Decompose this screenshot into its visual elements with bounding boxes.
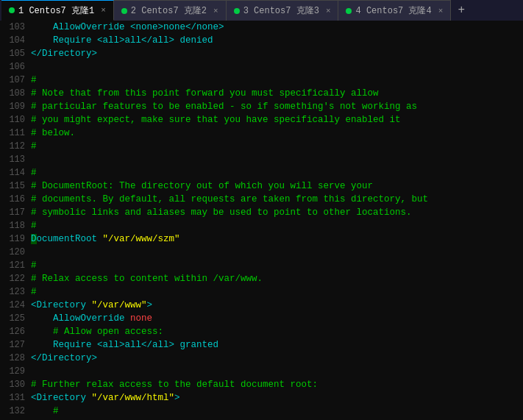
line-content: # (31, 285, 37, 299)
line-content: # (31, 219, 37, 232)
line-number: 131 (0, 391, 31, 405)
line-content: <Directory "/var/www"> (31, 299, 152, 312)
line-number: 117 (0, 206, 31, 219)
tab-2[interactable]: 2 Centos7 克隆2× (114, 0, 227, 21)
line-content: # (31, 405, 59, 418)
line-number: 106 (0, 60, 31, 74)
line-number: 121 (0, 259, 31, 272)
line-content: # (31, 259, 37, 272)
line-content: # Note that from this point forward you … (31, 87, 379, 100)
code-line: 130# Further relax access to the default… (0, 378, 523, 391)
tab-close[interactable]: × (438, 7, 444, 15)
code-line: 132 # (0, 405, 523, 418)
line-number: 130 (0, 378, 31, 391)
line-content: # (31, 74, 37, 87)
tab-close[interactable]: × (326, 7, 331, 15)
code-line: 105</Directory> (0, 47, 523, 60)
line-number: 108 (0, 87, 31, 100)
line-content: # you might expect, make sure that you h… (31, 113, 401, 127)
line-number: 127 (0, 338, 31, 352)
code-line: 111# below. (0, 127, 523, 140)
tab-4[interactable]: 4 Centos7 克隆4× (338, 0, 451, 21)
code-line: 119DocumentRoot "/var/www/szm" (0, 232, 523, 246)
code-line: 115# DocumentRoot: The directory out of … (0, 179, 523, 193)
line-number: 110 (0, 113, 31, 127)
code-line: 118# (0, 219, 523, 232)
code-line: 124<Directory "/var/www"> (0, 299, 523, 312)
line-number: 128 (0, 352, 31, 365)
line-content: # below. (31, 127, 75, 140)
line-number: 103 (0, 21, 31, 34)
tab-close[interactable]: × (213, 7, 218, 15)
code-line: 127 Require <all>all</all> granted (0, 338, 523, 352)
line-content: # Relax access to content within /var/ww… (31, 272, 263, 285)
tab-dot (346, 8, 352, 14)
code-line: 117# symbolic links and aliases may be u… (0, 206, 523, 219)
line-content: AllowOverride <none>none</none> (31, 21, 224, 34)
code-line: 123# (0, 285, 523, 299)
tab-close[interactable]: × (101, 6, 106, 15)
line-number: 112 (0, 140, 31, 153)
line-content: <Directory "/var/www/html"> (31, 391, 180, 405)
code-line: 112# (0, 140, 523, 153)
code-line: 109# particular features to be enabled -… (0, 100, 523, 113)
line-number: 115 (0, 179, 31, 193)
line-number: 120 (0, 246, 31, 259)
line-number: 124 (0, 299, 31, 312)
tab-add-button[interactable]: + (451, 0, 472, 21)
code-line: 113 (0, 153, 523, 166)
code-line: 108# Note that from this point forward y… (0, 87, 523, 100)
tab-dot (234, 8, 240, 14)
line-content: Require <all>all</all> denied (31, 34, 213, 47)
code-area: 103 AllowOverride <none>none</none>104 R… (0, 21, 523, 420)
line-number: 111 (0, 127, 31, 140)
code-line: 131<Directory "/var/www/html"> (0, 391, 523, 405)
line-number: 105 (0, 47, 31, 60)
tab-3[interactable]: 3 Centos7 克隆3× (227, 0, 339, 21)
line-number: 119 (0, 232, 31, 246)
code-line: 103 AllowOverride <none>none</none> (0, 21, 523, 34)
line-content: AllowOverride none (31, 312, 152, 325)
line-content: # (31, 166, 37, 179)
line-number: 116 (0, 193, 31, 206)
line-number: 114 (0, 166, 31, 179)
code-line: 114# (0, 166, 523, 179)
line-content: # DocumentRoot: The directory out of whi… (31, 179, 373, 193)
line-content: # (31, 140, 37, 153)
code-line: 107# (0, 74, 523, 87)
line-content: # Allow open access: (31, 325, 163, 338)
tab-dot (121, 8, 127, 14)
tab-1[interactable]: 1 Centos7 克隆1× (1, 0, 114, 21)
tab-dot (9, 7, 15, 13)
line-content: </Directory> (31, 352, 97, 365)
line-number: 125 (0, 312, 31, 325)
code-line: 106 (0, 60, 523, 74)
line-number: 104 (0, 34, 31, 47)
line-content: # symbolic links and aliases may be used… (31, 206, 412, 219)
line-number: 118 (0, 219, 31, 232)
line-content: # documents. By default, all requests ar… (31, 193, 428, 206)
code-line: 120 (0, 246, 523, 259)
line-number: 113 (0, 153, 31, 166)
line-number: 129 (0, 365, 31, 378)
code-line: 121# (0, 259, 523, 272)
code-line: 125 AllowOverride none (0, 312, 523, 325)
line-number: 126 (0, 325, 31, 338)
code-line: 104 Require <all>all</all> denied (0, 34, 523, 47)
code-line: 128</Directory> (0, 352, 523, 365)
line-content: # Further relax access to the default do… (31, 378, 318, 391)
code-line: 110# you might expect, make sure that yo… (0, 113, 523, 127)
line-content: Require <all>all</all> granted (31, 338, 218, 352)
tab-bar: 1 Centos7 克隆1×2 Centos7 克隆2×3 Centos7 克隆… (0, 0, 523, 21)
code-line: 126 # Allow open access: (0, 325, 523, 338)
line-number: 109 (0, 100, 31, 113)
line-number: 107 (0, 74, 31, 87)
code-line: 122# Relax access to content within /var… (0, 272, 523, 285)
code-line: 129 (0, 365, 523, 378)
line-number: 123 (0, 285, 31, 299)
line-content: </Directory> (31, 47, 97, 60)
code-line: 116# documents. By default, all requests… (0, 193, 523, 206)
line-content: DocumentRoot "/var/www/szm" (31, 232, 180, 246)
line-number: 122 (0, 272, 31, 285)
line-content: # particular features to be enabled - so… (31, 100, 417, 113)
